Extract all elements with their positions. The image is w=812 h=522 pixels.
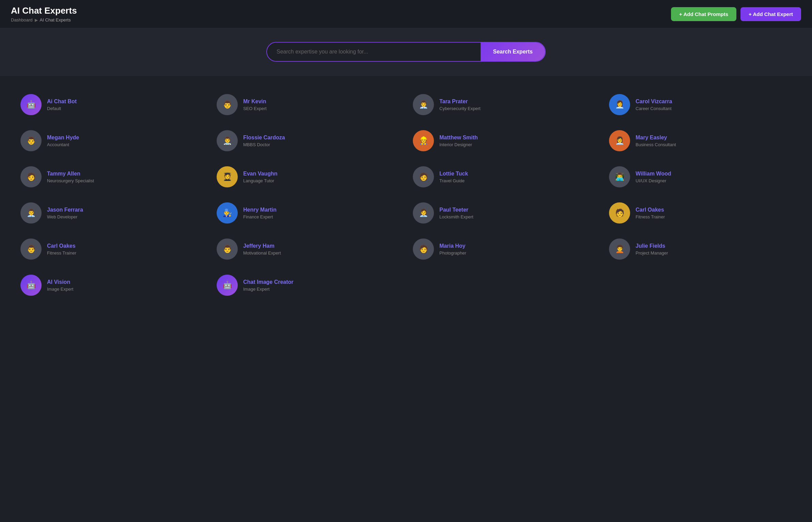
breadcrumb: Dashboard ▶ AI Chat Experts (11, 17, 77, 22)
expert-item[interactable]: 🧑Maria HoyPhotographer (406, 231, 602, 267)
expert-item[interactable]: 👨Jeffery HamMotivational Expert (210, 231, 406, 267)
expert-role: Language Tutor (243, 178, 277, 183)
expert-role: UI/UX Designer (636, 178, 671, 183)
expert-name: Julie Fields (636, 243, 668, 249)
header-actions: + Add Chat Prompts + Add Chat Expert (671, 7, 801, 21)
expert-name: Flossie Cardoza (243, 135, 285, 141)
page-title: AI Chat Experts (11, 5, 77, 16)
expert-item[interactable]: 🧑Lottie TuckTravel Guide (406, 159, 602, 195)
expert-avatar: 👩‍💼 (609, 130, 630, 151)
expert-name: AI Vision (47, 279, 73, 285)
expert-role: Locksmith Expert (439, 214, 473, 219)
expert-info: Tara PraterCybersecurity Expert (439, 98, 481, 111)
breadcrumb-separator: ▶ (35, 18, 38, 22)
expert-avatar: 🧑‍🎓 (217, 166, 238, 187)
expert-item[interactable]: 👨‍💼Jason FerraraWeb Developer (14, 195, 210, 231)
expert-item[interactable]: 👩‍💼Mary EasleyBusiness Consultant (602, 123, 798, 159)
expert-info: Carol VizcarraCareer Consultant (636, 98, 672, 111)
expert-role: Image Expert (47, 287, 73, 292)
expert-item[interactable]: 👨‍💼Tara PraterCybersecurity Expert (406, 87, 602, 123)
expert-info: Paul TeeterLocksmith Expert (439, 207, 473, 219)
search-button[interactable]: Search Experts (481, 43, 545, 61)
expert-info: Henry MartinFinance Expert (243, 207, 277, 219)
expert-avatar: 👨‍💼 (20, 202, 42, 224)
expert-name: Jeffery Ham (243, 243, 281, 249)
expert-name: Ai Chat Bot (47, 98, 77, 105)
add-chat-expert-button[interactable]: + Add Chat Expert (740, 7, 801, 21)
expert-name: Carl Oakes (636, 207, 665, 213)
expert-info: Jason FerraraWeb Developer (47, 207, 83, 219)
expert-info: Jeffery HamMotivational Expert (243, 243, 281, 256)
expert-role: Motivational Expert (243, 250, 281, 256)
expert-role: SEO Expert (243, 106, 267, 111)
expert-item[interactable]: 👨‍⚕️Flossie CardozaMBBS Doctor (210, 123, 406, 159)
expert-name: Lottie Tuck (439, 171, 468, 177)
expert-info: William WoodUI/UX Designer (636, 171, 671, 183)
expert-item[interactable]: 👩‍💼Carol VizcarraCareer Consultant (602, 87, 798, 123)
expert-info: Flossie CardozaMBBS Doctor (243, 135, 285, 147)
expert-name: Carol Vizcarra (636, 98, 672, 105)
expert-role: Business Consultant (636, 142, 676, 147)
expert-avatar: 🤖 (217, 275, 238, 296)
expert-item[interactable]: 👨Megan HydeAccountant (14, 123, 210, 159)
expert-role: Accountant (47, 142, 79, 147)
expert-item[interactable]: 👨‍💻William WoodUI/UX Designer (602, 159, 798, 195)
expert-avatar: 👨‍💻 (609, 166, 630, 187)
expert-info: Matthew SmithInterior Designer (439, 135, 478, 147)
expert-info: Tammy AllenNeurosurgery Specialist (47, 171, 94, 183)
breadcrumb-current: AI Chat Experts (40, 17, 71, 22)
expert-role: Fitness Trainer (636, 214, 665, 219)
expert-role: Travel Guide (439, 178, 468, 183)
expert-avatar: 👩‍💼 (609, 94, 630, 115)
expert-item[interactable]: 🤖Ai Chat BotDefault (14, 87, 210, 123)
expert-avatar: 🧑‍🦱 (609, 239, 630, 260)
expert-name: Mr Kevin (243, 98, 267, 105)
expert-info: AI VisionImage Expert (47, 279, 73, 292)
expert-info: Carl OakesFitness Trainer (47, 243, 76, 256)
expert-avatar: 👨‍⚕️ (217, 130, 238, 151)
expert-role: Project Manager (636, 250, 668, 256)
breadcrumb-home[interactable]: Dashboard (11, 17, 33, 22)
expert-avatar: 👨 (217, 94, 238, 115)
expert-name: Chat Image Creator (243, 279, 294, 285)
expert-name: Mary Easley (636, 135, 676, 141)
search-input[interactable] (267, 43, 481, 61)
expert-role: Default (47, 106, 77, 111)
expert-role: Fitness Trainer (47, 250, 76, 256)
expert-item[interactable]: 🧑‍🦱Julie FieldsProject Manager (602, 231, 798, 267)
expert-name: Henry Martin (243, 207, 277, 213)
expert-item[interactable]: 👨Carl OakesFitness Trainer (14, 231, 210, 267)
header-left: AI Chat Experts Dashboard ▶ AI Chat Expe… (11, 5, 77, 22)
expert-info: Chat Image CreatorImage Expert (243, 279, 294, 292)
expert-avatar: 👨 (20, 239, 42, 260)
expert-avatar: 👨‍💼 (413, 94, 434, 115)
experts-grid: 🤖Ai Chat BotDefault👨Mr KevinSEO Expert👨‍… (14, 87, 798, 303)
expert-item[interactable]: 🤖AI VisionImage Expert (14, 267, 210, 303)
expert-item[interactable]: 🧑‍💼Paul TeeterLocksmith Expert (406, 195, 602, 231)
expert-info: Mr KevinSEO Expert (243, 98, 267, 111)
expert-avatar: 🧑 (609, 202, 630, 224)
expert-role: Neurosurgery Specialist (47, 178, 94, 183)
expert-item[interactable]: 🧑Tammy AllenNeurosurgery Specialist (14, 159, 210, 195)
expert-role: Image Expert (243, 287, 294, 292)
expert-item[interactable]: 👨‍🔧Henry MartinFinance Expert (210, 195, 406, 231)
expert-item[interactable]: 👷Matthew SmithInterior Designer (406, 123, 602, 159)
add-chat-prompts-button[interactable]: + Add Chat Prompts (671, 7, 736, 21)
expert-item[interactable]: 🧑‍🎓Evan VaughnLanguage Tutor (210, 159, 406, 195)
expert-avatar: 👨‍🔧 (217, 202, 238, 224)
expert-info: Carl OakesFitness Trainer (636, 207, 665, 219)
expert-role: Cybersecurity Expert (439, 106, 481, 111)
expert-avatar: 🧑 (413, 166, 434, 187)
expert-item[interactable]: 🤖Chat Image CreatorImage Expert (210, 267, 406, 303)
expert-avatar: 👨 (217, 239, 238, 260)
expert-item[interactable]: 👨Mr KevinSEO Expert (210, 87, 406, 123)
expert-avatar: 🤖 (20, 275, 42, 296)
expert-name: Megan Hyde (47, 135, 79, 141)
expert-role: Career Consultant (636, 106, 672, 111)
expert-item[interactable]: 🧑Carl OakesFitness Trainer (602, 195, 798, 231)
expert-role: Web Developer (47, 214, 83, 219)
experts-section: 🤖Ai Chat BotDefault👨Mr KevinSEO Expert👨‍… (0, 76, 812, 314)
app-header: AI Chat Experts Dashboard ▶ AI Chat Expe… (0, 0, 812, 28)
expert-avatar: 🧑 (413, 239, 434, 260)
expert-name: Jason Ferrara (47, 207, 83, 213)
